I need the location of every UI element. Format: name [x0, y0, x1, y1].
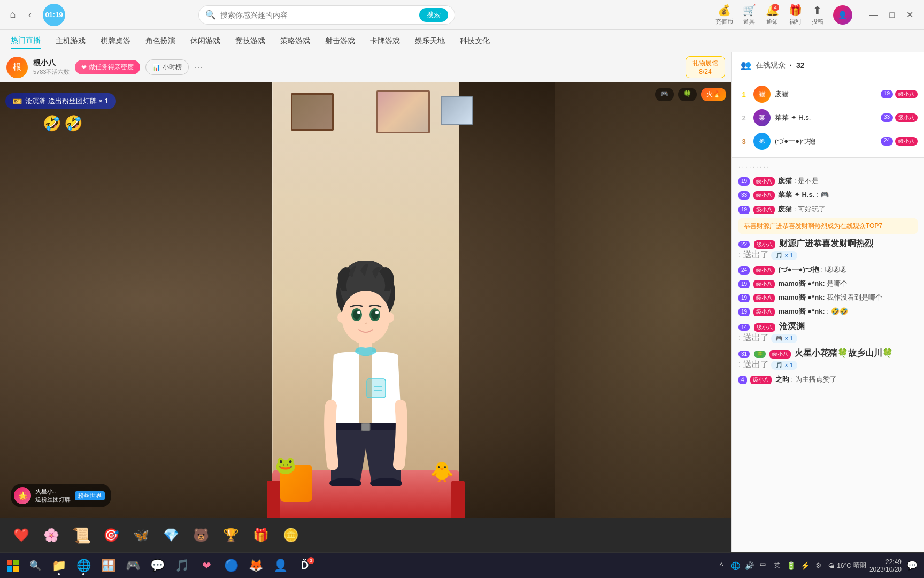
gift-item-butterfly[interactable]: 🦋 — [130, 524, 152, 546]
gift-item-trophy[interactable]: 🏆 — [220, 524, 242, 546]
badge-purple-5: 19 — [738, 280, 750, 288]
chat-user-3: 废猫 — [778, 205, 792, 213]
chat-area[interactable]: · · · · · · · · · 19 级小八 废猫 : 是不是 33 级小八… — [732, 158, 924, 552]
gift-badge-fan-1: 级小八 — [754, 240, 775, 249]
nav-card-games[interactable]: 卡牌游戏 — [370, 34, 400, 48]
tray-chevron[interactable]: ^ — [715, 559, 728, 572]
gift-button[interactable]: 🎁 福利 — [789, 4, 802, 26]
gift-item-sent-3: 🎵 × 1 — [771, 361, 797, 370]
upload-button[interactable]: ⬆ 投稿 — [812, 4, 823, 26]
badge-purple-7: 19 — [738, 308, 750, 316]
system-announcement: 恭喜财源广进恭喜发财啊热烈成为在线观众TOP7 — [738, 218, 918, 234]
nav-casual-games[interactable]: 休闲游戏 — [190, 34, 220, 48]
minimize-button[interactable]: — — [866, 7, 881, 22]
recharge-button[interactable]: 💰 充值币 — [715, 4, 733, 26]
taskbar-app-dot-2 — [82, 573, 84, 575]
gift-item-scroll[interactable]: 📜 — [71, 524, 92, 546]
shop-button[interactable]: 🛒 道具 — [743, 4, 756, 26]
chat-user-2: 菜菜 ✦ H.s. — [778, 191, 814, 199]
taskbar-music[interactable]: 🎵 — [170, 554, 194, 577]
tray-extra1[interactable]: ⚙ — [812, 559, 825, 572]
maximize-button[interactable]: □ — [884, 7, 899, 22]
gift-item-sent-2: 🎮 × 1 — [771, 334, 797, 343]
taskbar-tiktok[interactable]: Ď 3 — [293, 554, 317, 577]
chat-user-7: mamo酱 ●*nk: — [778, 307, 825, 315]
chat-msg-7: 19 级小八 mamo酱 ●*nk: : 🤣🤣 — [738, 307, 918, 316]
taskbar-time[interactable]: 22:49 2023/10/20 — [869, 558, 902, 573]
nav-console-games[interactable]: 主机游戏 — [56, 34, 86, 48]
gift-item-heart[interactable]: ❤️ — [11, 524, 32, 546]
gift-item-gift[interactable]: 🎁 — [250, 524, 272, 546]
rank-button[interactable]: 📊 小时榜 — [145, 59, 189, 75]
search-input[interactable] — [220, 11, 415, 19]
nav-strategy[interactable]: 策略游戏 — [280, 34, 310, 48]
gift-msg-header-3: 31 🍀 级小八 火星小花猪🍀故乡山川🍀 — [738, 348, 918, 359]
back-icon[interactable]: ‹ — [24, 9, 36, 21]
viewer-badges-3: 24 级小八 — [881, 137, 918, 146]
gift-item-gem[interactable]: 💎 — [160, 524, 182, 546]
taskbar-game-app[interactable]: 🎮 — [121, 554, 144, 577]
badge-pink-3: 级小八 — [753, 206, 775, 214]
tray-battery[interactable]: 🔋 — [784, 559, 797, 572]
gift-item-dart[interactable]: 🎯 — [101, 524, 122, 546]
chat-content-8: : 为主播点赞了 — [791, 375, 836, 383]
viewer-name-1: 废猫 — [775, 89, 876, 99]
search-button[interactable]: 搜索 — [419, 8, 448, 22]
svg-point-7 — [357, 311, 360, 314]
gift-badge-level-1: 22 — [738, 241, 750, 248]
gift-item-coin[interactable]: 🪙 — [280, 524, 302, 546]
floating-emoji-1: 🤣 — [43, 115, 61, 132]
system-announce-text: 恭喜财源广进恭喜发财啊热烈成为在线观众TOP7 — [744, 222, 882, 230]
notify-button[interactable]: 🔔 通知 4 — [766, 4, 779, 26]
taskbar-file-explorer[interactable]: 📁 — [47, 554, 71, 577]
nav-esports[interactable]: 竞技游戏 — [235, 34, 265, 48]
badge-pink-4: 级小八 — [753, 266, 775, 275]
chart-icon: 📊 — [152, 64, 160, 71]
user-avatar[interactable]: 👤 — [833, 5, 852, 25]
tray-icons: ^ 🌐 🔊 中 英 🔋 ⚡ ⚙ — [715, 559, 825, 572]
nav-hot-live[interactable]: 热门直播 — [11, 34, 41, 49]
badge-purple-1: 19 — [738, 177, 750, 186]
tray-volume[interactable]: 🔊 — [743, 559, 756, 572]
gift-user-1: 财源广进恭喜发财啊热烈 — [779, 239, 873, 248]
gift-item-bear[interactable]: 🐻 — [190, 524, 212, 546]
tray-bluetooth[interactable]: ⚡ — [798, 559, 811, 572]
taskbar: 🔍 📁 🌐 🪟 🎮 💬 🎵 ❤ 🔵 🦊 — [0, 552, 924, 578]
viewer-badges-1: 19 级小八 — [881, 90, 918, 98]
tray-ime[interactable]: 英 — [771, 559, 783, 572]
weather-icon: 🌤 — [828, 562, 835, 569]
recharge-icon: 💰 — [718, 4, 731, 17]
gift-icon-coin: 🪙 — [280, 524, 302, 546]
weather-temp: 16°C — [837, 562, 851, 569]
taskbar-search-icon[interactable]: 🔍 — [26, 553, 45, 579]
nav-role-play[interactable]: 角色扮演 — [145, 34, 175, 48]
gift-item-flower[interactable]: 🌸 — [41, 524, 62, 546]
taskbar-profile[interactable]: 👤 — [268, 554, 292, 577]
nav-board-games[interactable]: 棋牌桌游 — [101, 34, 130, 48]
taskbar-browser[interactable]: 🌐 — [72, 554, 95, 577]
tray-network[interactable]: 🌐 — [729, 559, 742, 572]
gift-item-sent-1: 🎵 × 1 — [771, 251, 797, 260]
svg-point-8 — [375, 311, 379, 314]
close-button[interactable]: ✕ — [903, 7, 918, 22]
taskbar-sogou[interactable]: 🔵 — [219, 554, 243, 577]
taskbar-chat[interactable]: 💬 — [145, 554, 169, 577]
gift-msg-2: 14 级小八 沧溟渊 : 送出了 🎮 × 1 — [738, 321, 918, 344]
taskbar-bilibili[interactable]: ❤ — [195, 554, 218, 577]
start-button[interactable] — [0, 553, 26, 579]
more-button[interactable]: ··· — [194, 62, 202, 73]
badge-fan-2: 级小八 — [895, 113, 918, 122]
taskbar-store[interactable]: 🪟 — [96, 554, 120, 577]
gift-hall-button[interactable]: 礼物展馆 8/24 — [686, 56, 725, 78]
gift-badge-level-2: 14 — [738, 324, 750, 331]
nav-entertainment[interactable]: 娱乐天地 — [415, 34, 445, 48]
notification-center[interactable]: 💬 — [905, 558, 920, 573]
task-button[interactable]: ❤ 做任务得亲密度 — [75, 60, 140, 74]
shop-icon: 🛒 — [743, 4, 756, 17]
tray-keyboard[interactable]: 中 — [757, 559, 769, 572]
home-icon[interactable]: ⌂ — [6, 9, 19, 21]
streamer-avatar: 根 — [6, 57, 28, 78]
taskbar-app-fox[interactable]: 🦊 — [244, 554, 267, 577]
nav-tech-culture[interactable]: 科技文化 — [460, 34, 490, 48]
nav-shooter[interactable]: 射击游戏 — [325, 34, 355, 48]
